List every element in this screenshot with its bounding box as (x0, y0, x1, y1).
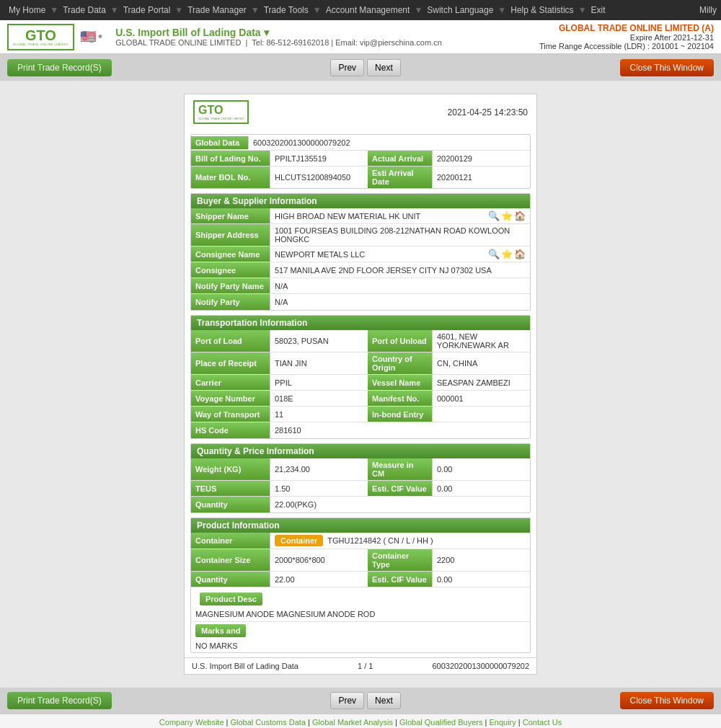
page-title: U.S. Import Bill of Lading Data ▾ (115, 27, 442, 38)
notify-party-row: Notify Party N/A (191, 294, 530, 310)
consignee-name-value: NEWPORT METALS LLC 🔍 ⭐ 🏠 (270, 247, 530, 262)
consignee-home-icon[interactable]: 🏠 (514, 249, 526, 259)
doc-type: U.S. Import Bill of Lading Data (192, 662, 298, 670)
global-data-section: Global Data 6003202001300000079202 Bill … (190, 134, 531, 189)
doc-page: 1 / 1 (358, 662, 373, 670)
next-button-top[interactable]: Next (367, 59, 401, 76)
consignee-name-label: Consignee Name (191, 247, 270, 262)
esti-arrival-label: Esti Arrival Date (368, 167, 433, 188)
footer-global-market[interactable]: Global Market Analysis (312, 718, 393, 727)
voyage-number-label: Voyage Number (191, 391, 270, 406)
consignee-name-row: Consignee Name NEWPORT METALS LLC 🔍 ⭐ 🏠 (191, 247, 530, 262)
consignee-row: Consignee 517 MANILA AVE 2ND FLOOR JERSE… (191, 262, 530, 278)
in-bond-entry-value (433, 407, 530, 422)
footer-enquiry[interactable]: Enquiry (489, 718, 516, 727)
nav-trade-data[interactable]: Trade Data (58, 5, 110, 15)
prev-button-top[interactable]: Prev (330, 59, 364, 76)
bol-row: Bill of Lading No. PPILTJ135519 Actual A… (191, 151, 530, 167)
time-range: Time Range Accessible (LDR) : 201001 ~ 2… (539, 42, 714, 50)
shipper-search-icon[interactable]: 🔍 (488, 210, 500, 221)
subtitle-company: GLOBAL TRADE ONLINE LIMITED (115, 38, 241, 47)
container-value-text: TGHU1214842 ( CN / L / HH ) (327, 536, 433, 545)
nav-help-statistics[interactable]: Help & Statistics (506, 5, 578, 15)
close-button-top[interactable]: Close This Window (620, 59, 714, 76)
consignee-star-icon[interactable]: ⭐ (501, 249, 513, 259)
transportation-header: Transportation Information (191, 316, 530, 330)
doc-footer: U.S. Import Bill of Lading Data 1 / 1 60… (185, 657, 536, 674)
company-right: GLOBAL TRADE ONLINE LIMITED (A) (539, 23, 714, 33)
notify-party-label: Notify Party (191, 294, 270, 310)
port-of-unload-value: 4601, NEW YORK/NEWARK AR (433, 330, 530, 352)
esti-arrival-value: 20200121 (433, 167, 530, 188)
voyage-number-row: Voyage Number 018E Manifest No. 000001 (191, 391, 530, 407)
shipper-home-icon[interactable]: 🏠 (514, 210, 526, 221)
country-of-origin-value: CN, CHINA (433, 352, 530, 374)
shipper-name-row: Shipper Name HIGH BROAD NEW MATERIAL HK … (191, 208, 530, 224)
nav-switch-language[interactable]: Switch Language (423, 5, 497, 15)
footer-links: Company Website | Global Customs Data | … (0, 714, 721, 728)
port-of-load-value: 58023, PUSAN (270, 330, 368, 352)
bottom-toolbar: Print Trade Record(S) Prev Next Close Th… (0, 688, 721, 714)
place-of-receipt-value: TIAN JIN (270, 352, 368, 374)
product-esti-cif-value: 0.00 (433, 572, 530, 587)
marks-label: Marks and (195, 624, 246, 637)
weight-value: 21,234.00 (270, 458, 368, 480)
container-row: Container Container TGHU1214842 ( CN / L… (191, 533, 530, 549)
nav-account-management[interactable]: Account Management (322, 5, 415, 15)
nav-exit[interactable]: Exit (587, 5, 610, 15)
print-button-top[interactable]: Print Trade Record(S) (7, 59, 112, 76)
subtitle-contact: Tel: 86-512-69162018 | Email: vip@piersc… (252, 38, 442, 47)
nav-trade-tools[interactable]: Trade Tools (260, 5, 313, 15)
product-desc-section: Product Desc MAGNESIUM ANODE MAGNESIUM A… (191, 587, 530, 622)
weight-row: Weight (KG) 21,234.00 Measure in CM 0.00 (191, 458, 530, 481)
close-button-bottom[interactable]: Close This Window (620, 692, 714, 709)
footer-company-website[interactable]: Company Website (159, 718, 224, 727)
notify-party-name-label: Notify Party Name (191, 278, 270, 293)
shipper-address-row: Shipper Address 1001 FOURSEAS BUILDING 2… (191, 224, 530, 247)
header-center: U.S. Import Bill of Lading Data ▾ GLOBAL… (115, 27, 442, 47)
in-bond-entry-label: In-bond Entry (368, 407, 433, 422)
quantity-value: 22.00(PKG) (270, 497, 530, 512)
quantity-price-header: Quantity & Price Information (191, 444, 530, 458)
shipper-address-value: 1001 FOURSEAS BUILDING 208-212NATHAN ROA… (270, 224, 530, 246)
product-desc-label: Product Desc (200, 592, 262, 605)
logo: GTO GLOBAL TRADE ONLINE LIMITED (7, 24, 74, 50)
way-of-transport-value: 11 (270, 407, 368, 422)
doc-logo-sub: GLOBAL TRADE ONLINE LIMITED (198, 117, 244, 120)
top-toolbar: Print Trade Record(S) Prev Next Close Th… (0, 55, 721, 81)
footer-global-buyers[interactable]: Global Qualified Buyers (399, 718, 483, 727)
nav-my-home[interactable]: My Home (4, 5, 50, 15)
container-type-label: Container Type (368, 549, 433, 571)
measure-in-cm-label: Measure in CM (368, 458, 433, 480)
quantity-price-section: Quantity & Price Information Weight (KG)… (190, 443, 531, 513)
port-of-load-row: Port of Load 58023, PUSAN Port of Unload… (191, 330, 530, 352)
manifest-no-value: 000001 (433, 391, 530, 406)
shipper-star-icon[interactable]: ⭐ (501, 210, 513, 221)
flag-area: 🇺🇸 • (80, 29, 102, 45)
consignee-icons: 🔍 ⭐ 🏠 (485, 249, 526, 259)
logo-area: GTO GLOBAL TRADE ONLINE LIMITED 🇺🇸 • U.S… (7, 24, 442, 50)
weight-label: Weight (KG) (191, 458, 270, 480)
port-of-load-label: Port of Load (191, 330, 270, 352)
nav-buttons-bottom: Prev Next (330, 692, 400, 709)
footer-global-customs[interactable]: Global Customs Data (231, 718, 306, 727)
consignee-search-icon[interactable]: 🔍 (488, 249, 500, 259)
nav-trade-portal[interactable]: Trade Portal (119, 5, 175, 15)
doc-logo-box: GTO GLOBAL TRADE ONLINE LIMITED (193, 100, 249, 124)
doc-record-id: 6003202001300000079202 (432, 662, 529, 670)
header-subtitle: GLOBAL TRADE ONLINE LIMITED | Tel: 86-51… (115, 38, 442, 47)
container-type-value: 2200 (433, 549, 530, 571)
nav-trade-manager[interactable]: Trade Manager (183, 5, 251, 15)
print-button-bottom[interactable]: Print Trade Record(S) (7, 692, 112, 709)
consignee-value: 517 MANILA AVE 2ND FLOOR JERSEY CITY NJ … (270, 262, 530, 278)
place-of-receipt-row: Place of Receipt TIAN JIN Country of Ori… (191, 352, 530, 375)
logo-gto-text: GTO (25, 28, 56, 43)
port-of-unload-label: Port of Unload (368, 330, 433, 352)
notify-party-value: N/A (270, 294, 530, 310)
next-button-bottom[interactable]: Next (367, 692, 401, 709)
flag-dot: • (98, 30, 102, 45)
transportation-section: Transportation Information Port of Load … (190, 315, 531, 439)
prev-button-bottom[interactable]: Prev (330, 692, 364, 709)
footer-contact-us[interactable]: Contact Us (523, 718, 562, 727)
container-value: Container TGHU1214842 ( CN / L / HH ) (270, 533, 530, 549)
